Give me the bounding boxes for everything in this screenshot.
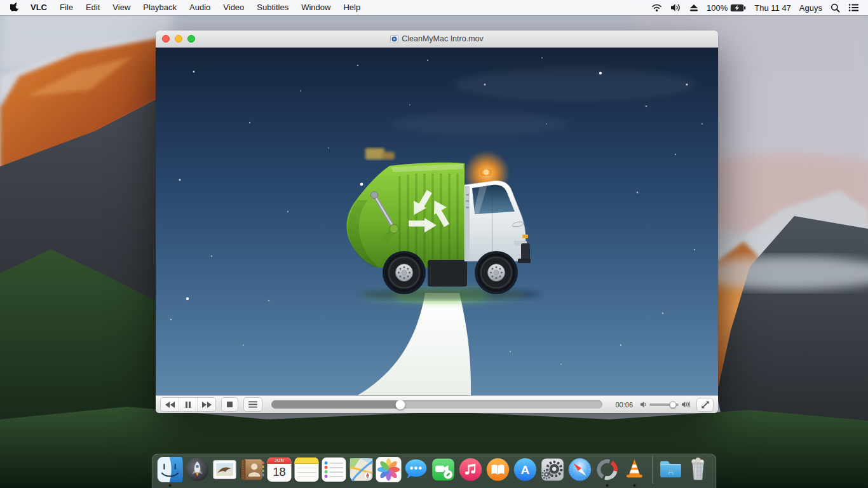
seek-bar[interactable] xyxy=(271,400,602,409)
folder-letter: A xyxy=(668,467,674,477)
apple-logo-icon xyxy=(10,3,19,13)
ibooks-icon xyxy=(485,457,511,482)
cleanmymac-icon xyxy=(595,457,620,482)
volume-slider[interactable] xyxy=(649,403,679,406)
itunes-icon xyxy=(458,457,484,482)
system-preferences-icon xyxy=(540,457,566,482)
menu-item-vlc[interactable]: VLC xyxy=(24,0,53,15)
dock-item-contacts[interactable] xyxy=(240,456,265,483)
playlist-button[interactable] xyxy=(243,397,262,412)
dock-item-facetime[interactable] xyxy=(431,456,456,483)
playlist-icon xyxy=(248,401,257,408)
mail-icon xyxy=(212,457,238,482)
traffic-lights xyxy=(162,35,195,43)
menu-item-file[interactable]: File xyxy=(53,0,79,15)
photos-icon xyxy=(376,457,402,482)
window-title-text: CleanMyMac Intro.mov xyxy=(402,34,484,43)
running-indicator xyxy=(169,484,172,487)
menu-item-subtitles[interactable]: Subtitles xyxy=(250,0,295,15)
dock-item-applications-folder[interactable]: A xyxy=(658,456,684,483)
volume-high-icon xyxy=(682,401,690,408)
launchpad-icon xyxy=(185,457,210,482)
window-titlebar[interactable]: CleanMyMac Intro.mov xyxy=(156,30,718,48)
playback-controls: 00:06 xyxy=(156,395,718,413)
menu-item-help[interactable]: Help xyxy=(337,0,367,15)
dock-item-photos[interactable] xyxy=(376,456,402,483)
spotlight-icon[interactable] xyxy=(831,3,840,13)
appstore-letter: A xyxy=(521,463,530,477)
battery-percent: 100% xyxy=(707,3,728,13)
video-canvas[interactable] xyxy=(156,48,718,395)
wifi-icon[interactable] xyxy=(651,3,662,12)
dock-item-notes[interactable] xyxy=(294,456,320,483)
zoom-button[interactable] xyxy=(187,35,195,43)
notes-icon xyxy=(295,458,319,482)
finder-icon xyxy=(158,457,183,482)
battery-status[interactable]: 100% xyxy=(707,3,746,13)
dock-separator xyxy=(653,456,653,484)
fullscreen-button[interactable] xyxy=(696,398,714,412)
volume-low-icon xyxy=(641,401,646,408)
dock-item-calendar[interactable]: JUN 18 xyxy=(267,456,292,483)
dock-item-mail[interactable] xyxy=(212,456,238,483)
dock-item-maps[interactable] xyxy=(349,456,374,483)
dock-item-appstore[interactable]: A xyxy=(513,456,538,483)
rear-wheel xyxy=(385,254,423,292)
eject-icon[interactable] xyxy=(689,4,698,12)
running-indicator xyxy=(634,484,636,487)
dock-item-launchpad[interactable] xyxy=(185,456,210,483)
dock-item-system-preferences[interactable] xyxy=(540,456,566,483)
notification-center-icon[interactable] xyxy=(848,3,859,12)
seek-fill xyxy=(271,400,400,409)
menu-bar: VLC File Edit View Playback Audio Video … xyxy=(0,0,868,15)
dock-item-itunes[interactable] xyxy=(458,456,484,483)
rewind-icon xyxy=(165,402,175,408)
dock-item-finder[interactable] xyxy=(158,456,183,483)
running-indicator xyxy=(606,484,609,487)
calendar-icon: JUN 18 xyxy=(268,458,292,482)
applications-folder-icon: A xyxy=(658,457,684,482)
fast-forward-button[interactable] xyxy=(198,398,215,411)
minimize-button[interactable] xyxy=(175,35,182,43)
dock-item-reminders[interactable] xyxy=(322,456,347,483)
movie-file-icon xyxy=(390,35,398,43)
menu-clock[interactable]: Thu 11 47 xyxy=(754,3,791,13)
facetime-icon xyxy=(431,457,456,482)
menu-item-video[interactable]: Video xyxy=(217,0,250,15)
pause-icon xyxy=(185,402,191,408)
rewind-button[interactable] xyxy=(161,398,179,411)
dock-item-trash[interactable] xyxy=(686,456,711,483)
menu-item-audio[interactable]: Audio xyxy=(183,0,217,15)
time-elapsed: 00:06 xyxy=(610,401,633,409)
reminders-icon xyxy=(322,458,346,482)
stop-button[interactable] xyxy=(221,397,238,412)
volume-thumb[interactable] xyxy=(669,401,676,408)
stop-icon xyxy=(227,402,233,407)
apple-menu[interactable] xyxy=(6,3,24,13)
messages-icon xyxy=(403,457,429,482)
menu-user[interactable]: Aguys xyxy=(799,3,822,13)
maps-icon xyxy=(349,457,374,482)
close-button[interactable] xyxy=(162,35,170,43)
volume-icon[interactable] xyxy=(670,3,681,12)
menu-item-playback[interactable]: Playback xyxy=(137,0,183,15)
fullscreen-icon xyxy=(701,400,710,409)
dock-item-cleanmymac[interactable] xyxy=(595,456,620,483)
menu-item-view[interactable]: View xyxy=(106,0,137,15)
vlc-icon xyxy=(622,457,648,482)
pause-button[interactable] xyxy=(179,398,198,411)
dock-item-messages[interactable] xyxy=(403,456,429,483)
menu-item-window[interactable]: Window xyxy=(295,0,337,15)
seek-thumb[interactable] xyxy=(396,400,405,409)
menu-item-edit[interactable]: Edit xyxy=(79,0,106,15)
video-frame-graphic xyxy=(156,48,718,395)
appstore-icon: A xyxy=(513,457,538,482)
dock-item-safari[interactable] xyxy=(567,456,593,483)
dock-item-vlc[interactable] xyxy=(622,456,648,483)
fast-forward-icon xyxy=(201,402,212,408)
transport-group xyxy=(160,397,216,412)
battery-icon xyxy=(730,4,746,12)
dock-item-ibooks[interactable] xyxy=(485,456,511,483)
calendar-day: 18 xyxy=(268,464,292,481)
trash-icon xyxy=(686,457,711,482)
